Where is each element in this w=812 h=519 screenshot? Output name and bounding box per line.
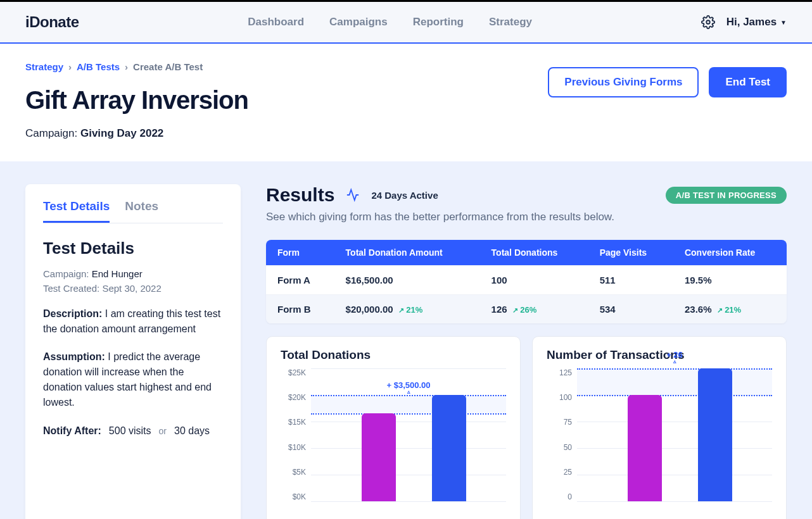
y-axis: 125 100 75 50 25 0 — [547, 368, 576, 501]
delta-up-icon: ↗ 21% — [717, 305, 742, 315]
plot-area: + 26▵ — [577, 368, 772, 501]
details-description: Description: I am creating this test tes… — [43, 306, 223, 337]
activity-icon — [346, 188, 360, 202]
chart-total-donations: Total Donations $25K $20K $15K $10K $5K … — [266, 336, 521, 519]
chart-annotation: + $3,500.00▵ — [311, 380, 506, 394]
campaign-name: Giving Day 2022 — [80, 127, 163, 139]
results-table: Form Total Donation Amount Total Donatio… — [266, 240, 787, 323]
nav-dashboard[interactable]: Dashboard — [248, 16, 304, 28]
results-title: Results — [266, 184, 334, 206]
breadcrumb-abtests[interactable]: A/B Tests — [77, 61, 120, 72]
breadcrumb-strategy[interactable]: Strategy — [25, 61, 63, 72]
test-details-card: Test Details Notes Test Details Campaign… — [25, 184, 241, 519]
user-greeting: Hi, James — [726, 16, 777, 28]
nav-strategy[interactable]: Strategy — [489, 16, 532, 28]
details-heading: Test Details — [43, 239, 223, 258]
chevron-down-icon: ▼ — [780, 19, 787, 26]
gear-icon[interactable] — [701, 15, 715, 29]
status-badge: A/B TEST IN PROGRESS — [666, 187, 787, 204]
delta-up-icon: ↗ 26% — [512, 305, 537, 315]
topbar: iDonate Dashboard Campaigns Reporting St… — [0, 2, 812, 44]
details-campaign: Campaign: End Hunger — [43, 268, 223, 279]
results-subtitle: See which giving form has the better per… — [266, 211, 787, 223]
campaign-line: Campaign: Giving Day 2022 — [25, 127, 787, 140]
end-test-button[interactable]: End Test — [709, 67, 787, 97]
previous-forms-button[interactable]: Previous Giving Forms — [548, 67, 699, 97]
tab-notes[interactable]: Notes — [125, 199, 158, 223]
details-created: Test Created: Sept 30, 2022 — [43, 283, 223, 294]
main-nav: Dashboard Campaigns Reporting Strategy — [248, 16, 532, 28]
th-amount: Total Donation Amount — [334, 240, 480, 266]
details-assumption: Assumption: I predict the average donati… — [43, 349, 223, 410]
nav-campaigns[interactable]: Campaigns — [329, 16, 388, 28]
page-title: Gift Array Inversion — [25, 86, 248, 115]
bar-version-b — [432, 395, 466, 501]
table-row: Form A $16,500.00 100 511 19.5% — [266, 266, 787, 295]
bar-version-a — [628, 395, 662, 501]
tab-test-details[interactable]: Test Details — [43, 199, 110, 223]
chevron-right-icon: › — [125, 61, 128, 72]
header-actions: Previous Giving Forms End Test — [548, 67, 787, 97]
delta-up-icon: ↗ 21% — [398, 305, 423, 315]
results-header: Results 24 Days Active A/B TEST IN PROGR… — [266, 184, 787, 206]
y-axis: $25K $20K $15K $10K $5K $0K — [281, 368, 310, 501]
user-area: Hi, James ▼ — [701, 15, 787, 29]
th-conv: Conversion Rate — [673, 240, 787, 266]
table-row: Form B $20,000.00↗ 21% 126↗ 26% 534 23.6… — [266, 295, 787, 324]
details-notify: Notify After: 500 visits or 30 days — [43, 425, 223, 437]
detail-tabs: Test Details Notes — [43, 199, 223, 223]
page-header: Strategy › A/B Tests › Create A/B Test G… — [0, 44, 812, 161]
campaign-label: Campaign: — [25, 127, 77, 139]
svg-point-0 — [706, 20, 710, 24]
chart-transactions: Number of Transactions 125 100 75 50 25 … — [532, 336, 787, 519]
chart-annotation: + 26▵ — [577, 350, 772, 363]
nav-reporting[interactable]: Reporting — [413, 16, 464, 28]
results-section: Results 24 Days Active A/B TEST IN PROGR… — [266, 184, 787, 519]
body: Test Details Notes Test Details Campaign… — [0, 161, 812, 519]
breadcrumb-current: Create A/B Test — [133, 61, 203, 72]
brand-logo: iDonate — [25, 13, 79, 31]
chart-title: Total Donations — [281, 348, 506, 362]
plot-area: + $3,500.00▵ — [311, 368, 506, 501]
chevron-right-icon: › — [68, 61, 72, 72]
bar-version-b — [698, 368, 732, 501]
days-active: 24 Days Active — [371, 190, 438, 201]
bar-version-a — [362, 413, 396, 501]
th-visits: Page Visits — [588, 240, 673, 266]
th-donations: Total Donations — [480, 240, 588, 266]
charts-row: Total Donations $25K $20K $15K $10K $5K … — [266, 336, 787, 519]
th-form: Form — [266, 240, 334, 266]
user-menu[interactable]: Hi, James ▼ — [726, 16, 787, 28]
